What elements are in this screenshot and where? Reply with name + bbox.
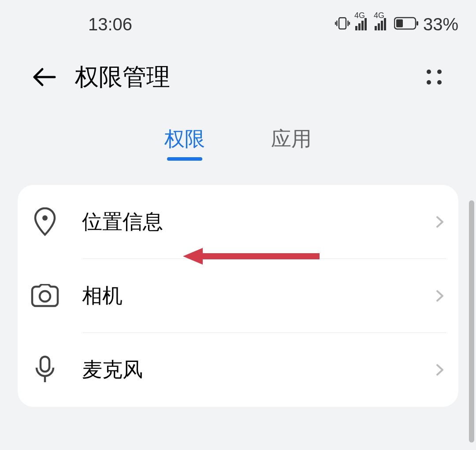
list-item-label: 位置信息 (82, 208, 434, 236)
chevron-right-icon (434, 364, 446, 376)
list-item-microphone[interactable]: 麦克风 (30, 333, 446, 407)
status-time: 13:06 (88, 15, 132, 34)
battery-percent: 33% (423, 15, 458, 34)
header: 权限管理 (0, 48, 476, 106)
vibrate-icon (334, 15, 351, 33)
svg-rect-2 (396, 19, 403, 27)
page-title: 权限管理 (75, 61, 170, 93)
list-item-camera[interactable]: 相机 (30, 259, 446, 333)
permissions-card: 位置信息 相机 麦克风 (18, 185, 458, 407)
signal-4g-icon-1: 4G (355, 18, 367, 30)
more-dots-icon (427, 70, 431, 74)
back-arrow-icon (32, 66, 56, 88)
svg-rect-6 (41, 357, 49, 372)
tabs: 权限 应用 (0, 114, 476, 172)
back-button[interactable] (31, 64, 57, 90)
svg-rect-0 (339, 18, 346, 29)
location-icon (30, 207, 60, 237)
list-item-label: 相机 (82, 282, 434, 310)
list-item-location[interactable]: 位置信息 (30, 185, 446, 259)
status-bar: 13:06 4G 4G (0, 0, 476, 48)
camera-icon (30, 281, 60, 311)
battery-icon (394, 17, 419, 32)
chevron-right-icon (434, 290, 446, 302)
microphone-icon (30, 355, 60, 385)
signal-4g-icon-2: 4G (375, 18, 386, 30)
list-item-label: 麦克风 (82, 356, 434, 384)
tab-permissions[interactable]: 权限 (164, 125, 205, 161)
svg-point-4 (42, 215, 48, 221)
scrollbar[interactable] (469, 200, 474, 443)
chevron-right-icon (434, 216, 446, 228)
svg-rect-3 (416, 21, 418, 26)
more-button[interactable] (423, 66, 445, 88)
svg-point-5 (40, 291, 50, 302)
tab-apps[interactable]: 应用 (271, 125, 312, 161)
status-right: 4G 4G 33% (334, 15, 458, 34)
